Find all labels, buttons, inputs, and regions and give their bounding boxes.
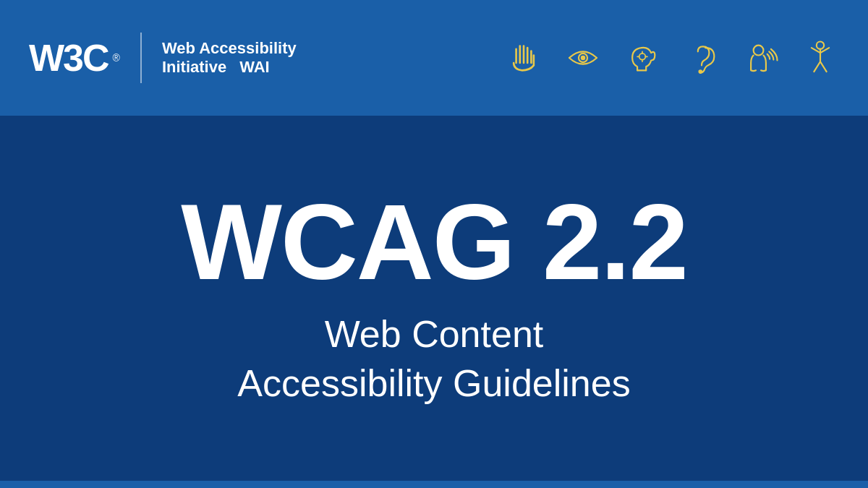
w3c-text: W3C bbox=[29, 39, 109, 77]
cognitive-icon bbox=[624, 39, 661, 77]
mobility-icon bbox=[801, 39, 839, 77]
initiative-wai-line: Initiative WAI bbox=[162, 58, 297, 77]
wai-label: WAI bbox=[239, 58, 270, 77]
svg-line-19 bbox=[814, 61, 820, 72]
accessibility-icons bbox=[505, 39, 839, 77]
wcag-title: WCAG 2.2 bbox=[181, 189, 686, 296]
hearing-icon bbox=[683, 39, 720, 77]
w3c-logo: W3C® bbox=[29, 39, 120, 77]
svg-point-13 bbox=[699, 70, 702, 72]
web-accessibility-label: Web Accessibility bbox=[162, 39, 297, 58]
initiative-label: Initiative bbox=[162, 58, 226, 77]
hand-icon bbox=[505, 39, 542, 77]
eye-icon bbox=[564, 39, 602, 77]
registered-symbol: ® bbox=[113, 52, 120, 64]
wai-text-block: Web Accessibility Initiative WAI bbox=[162, 39, 297, 77]
subtitle-line1: Web Content bbox=[237, 310, 630, 359]
svg-point-6 bbox=[582, 56, 584, 59]
speech-icon bbox=[742, 39, 780, 77]
logo-section: W3C® Web Accessibility Initiative WAI bbox=[29, 33, 297, 83]
page-wrapper: W3C® Web Accessibility Initiative WAI bbox=[0, 0, 868, 488]
header: W3C® Web Accessibility Initiative WAI bbox=[0, 0, 868, 116]
logo-divider bbox=[140, 33, 142, 83]
svg-point-15 bbox=[817, 41, 824, 48]
svg-line-20 bbox=[820, 61, 827, 72]
subtitle-line2: Accessibility Guidelines bbox=[237, 359, 630, 408]
bottom-bar bbox=[0, 481, 868, 488]
svg-point-8 bbox=[639, 53, 646, 60]
main-content: WCAG 2.2 Web Content Accessibility Guide… bbox=[0, 116, 868, 481]
svg-point-14 bbox=[754, 46, 764, 56]
wcag-subtitle: Web Content Accessibility Guidelines bbox=[237, 310, 630, 408]
